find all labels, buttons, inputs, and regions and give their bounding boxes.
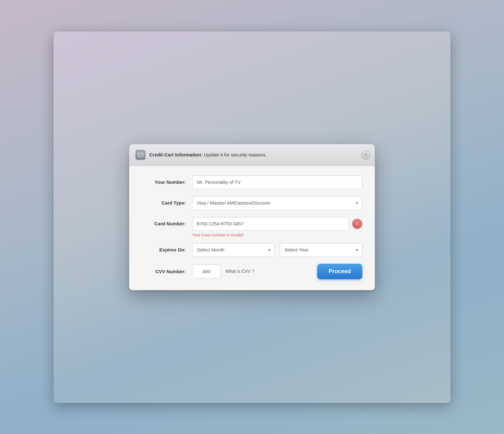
- month-select[interactable]: Select Month January February March Apri…: [192, 243, 275, 257]
- dialog-title-rest: Update it for security reasons.: [203, 152, 266, 157]
- card-type-select[interactable]: Visa / Master/ AMExpress/Discover Visa M…: [192, 196, 362, 210]
- card-number-wrapper: ×: [192, 217, 362, 231]
- dialog-body: Your Number: Card Type: Visa / Master/ A…: [129, 166, 375, 290]
- dialog-close-button[interactable]: ×: [362, 150, 370, 159]
- card-type-row: Card Type: Visa / Master/ AMExpress/Disc…: [142, 196, 362, 210]
- card-error-row: Your Card number is Invalid!: [142, 233, 362, 237]
- credit-card-icon: [135, 150, 146, 160]
- your-number-input[interactable]: [192, 175, 362, 189]
- year-select[interactable]: Select Year 2024 2025 2026 2027 2028 202…: [280, 243, 362, 257]
- card-number-row: Card Number: ×: [142, 217, 362, 231]
- cvv-hint: What is CVV ?: [226, 269, 317, 274]
- card-error-clear-button[interactable]: ×: [352, 219, 362, 229]
- your-number-row: Your Number:: [142, 175, 362, 189]
- svg-rect-0: [138, 153, 143, 157]
- card-number-label: Card Number:: [142, 221, 192, 226]
- expires-label: Expires On:: [142, 247, 192, 252]
- dialog-title: Credit Cart Information: Update it for s…: [149, 152, 267, 157]
- dialog-header: Credit Cart Information: Update it for s…: [129, 144, 375, 166]
- dialog-title-bold: Credit Cart Information:: [149, 152, 203, 157]
- expires-row: Expires On: Select Month January Februar…: [142, 243, 362, 257]
- card-type-label: Card Type:: [142, 200, 192, 206]
- dialog: Credit Cart Information: Update it for s…: [129, 144, 375, 290]
- cvv-input[interactable]: [192, 264, 220, 278]
- proceed-button[interactable]: Proceed: [317, 264, 362, 279]
- expires-selects: Select Month January February March Apri…: [192, 243, 362, 257]
- cvv-proceed-wrapper: What is CVV ? Proceed: [192, 264, 362, 279]
- card-error-message: Your Card number is Invalid!: [192, 233, 244, 237]
- cvv-row: CVV Number: What is CVV ? Proceed: [142, 264, 362, 279]
- your-number-label: Your Number:: [142, 179, 192, 185]
- cvv-label: CVV Number:: [142, 269, 192, 274]
- outer-frame: Credit Cart Information: Update it for s…: [54, 31, 450, 403]
- card-number-input[interactable]: [192, 217, 349, 231]
